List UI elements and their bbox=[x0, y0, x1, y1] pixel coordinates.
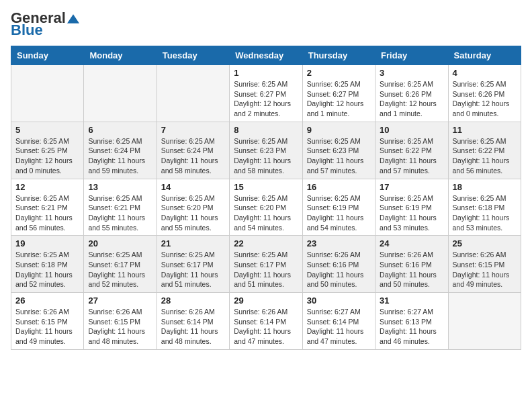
calendar-week-row: 5Sunrise: 6:25 AM Sunset: 6:25 PM Daylig… bbox=[11, 122, 521, 179]
calendar-week-row: 12Sunrise: 6:25 AM Sunset: 6:21 PM Dayli… bbox=[11, 179, 521, 236]
day-number: 1 bbox=[234, 68, 298, 78]
logo-blue: Blue bbox=[11, 23, 43, 38]
calendar-cell bbox=[11, 65, 84, 122]
calendar-cell: 28Sunrise: 6:26 AM Sunset: 6:14 PM Dayli… bbox=[157, 293, 229, 350]
calendar-cell: 14Sunrise: 6:25 AM Sunset: 6:20 PM Dayli… bbox=[157, 179, 229, 236]
day-info: Sunrise: 6:25 AM Sunset: 6:17 PM Dayligh… bbox=[88, 250, 152, 289]
calendar-cell: 17Sunrise: 6:25 AM Sunset: 6:19 PM Dayli… bbox=[375, 179, 448, 236]
day-header-saturday: Saturday bbox=[448, 46, 521, 65]
day-number: 8 bbox=[234, 125, 298, 135]
calendar-cell: 24Sunrise: 6:26 AM Sunset: 6:16 PM Dayli… bbox=[375, 236, 448, 293]
calendar-cell: 8Sunrise: 6:25 AM Sunset: 6:23 PM Daylig… bbox=[230, 122, 302, 179]
day-header-tuesday: Tuesday bbox=[157, 46, 229, 65]
calendar-week-row: 1Sunrise: 6:25 AM Sunset: 6:27 PM Daylig… bbox=[11, 65, 521, 122]
day-info: Sunrise: 6:25 AM Sunset: 6:23 PM Dayligh… bbox=[307, 136, 371, 176]
calendar-cell: 18Sunrise: 6:25 AM Sunset: 6:18 PM Dayli… bbox=[448, 179, 521, 236]
day-info: Sunrise: 6:25 AM Sunset: 6:24 PM Dayligh… bbox=[88, 136, 152, 176]
day-number: 2 bbox=[307, 68, 371, 78]
day-info: Sunrise: 6:25 AM Sunset: 6:21 PM Dayligh… bbox=[88, 193, 152, 233]
calendar-cell bbox=[84, 65, 157, 122]
day-number: 22 bbox=[234, 238, 298, 248]
day-info: Sunrise: 6:25 AM Sunset: 6:19 PM Dayligh… bbox=[380, 193, 443, 233]
calendar-cell: 10Sunrise: 6:25 AM Sunset: 6:22 PM Dayli… bbox=[375, 122, 448, 179]
day-number: 30 bbox=[307, 295, 371, 306]
svg-marker-0 bbox=[67, 14, 79, 24]
day-info: Sunrise: 6:25 AM Sunset: 6:22 PM Dayligh… bbox=[453, 136, 517, 176]
day-info: Sunrise: 6:26 AM Sunset: 6:16 PM Dayligh… bbox=[307, 250, 371, 289]
calendar-cell bbox=[157, 65, 229, 122]
day-number: 31 bbox=[380, 295, 443, 306]
calendar-cell: 11Sunrise: 6:25 AM Sunset: 6:22 PM Dayli… bbox=[448, 122, 521, 179]
day-number: 3 bbox=[380, 68, 443, 78]
calendar-cell: 22Sunrise: 6:25 AM Sunset: 6:17 PM Dayli… bbox=[230, 236, 302, 293]
day-info: Sunrise: 6:25 AM Sunset: 6:18 PM Dayligh… bbox=[453, 193, 517, 233]
day-info: Sunrise: 6:25 AM Sunset: 6:23 PM Dayligh… bbox=[234, 136, 298, 176]
day-number: 4 bbox=[453, 68, 517, 78]
day-number: 11 bbox=[453, 125, 517, 135]
calendar-cell: 23Sunrise: 6:26 AM Sunset: 6:16 PM Dayli… bbox=[302, 236, 375, 293]
day-number: 15 bbox=[234, 182, 298, 192]
calendar-week-row: 19Sunrise: 6:25 AM Sunset: 6:18 PM Dayli… bbox=[11, 236, 521, 293]
day-number: 19 bbox=[15, 238, 79, 248]
calendar-cell: 4Sunrise: 6:25 AM Sunset: 6:26 PM Daylig… bbox=[448, 65, 521, 122]
day-number: 25 bbox=[453, 238, 517, 248]
day-number: 17 bbox=[380, 182, 443, 192]
calendar-cell: 5Sunrise: 6:25 AM Sunset: 6:25 PM Daylig… bbox=[11, 122, 84, 179]
day-info: Sunrise: 6:25 AM Sunset: 6:18 PM Dayligh… bbox=[15, 250, 79, 289]
day-number: 13 bbox=[88, 182, 152, 192]
day-info: Sunrise: 6:26 AM Sunset: 6:15 PM Dayligh… bbox=[15, 307, 79, 347]
day-number: 28 bbox=[161, 295, 225, 306]
day-number: 29 bbox=[234, 295, 298, 306]
day-number: 6 bbox=[88, 125, 152, 135]
day-info: Sunrise: 6:26 AM Sunset: 6:14 PM Dayligh… bbox=[234, 307, 298, 347]
calendar-cell: 12Sunrise: 6:25 AM Sunset: 6:21 PM Dayli… bbox=[11, 179, 84, 236]
calendar-cell: 27Sunrise: 6:26 AM Sunset: 6:15 PM Dayli… bbox=[84, 293, 157, 350]
day-info: Sunrise: 6:25 AM Sunset: 6:27 PM Dayligh… bbox=[234, 79, 298, 119]
calendar-cell: 7Sunrise: 6:25 AM Sunset: 6:24 PM Daylig… bbox=[157, 122, 229, 179]
day-info: Sunrise: 6:25 AM Sunset: 6:17 PM Dayligh… bbox=[234, 250, 298, 289]
day-number: 5 bbox=[15, 125, 79, 135]
calendar-cell: 6Sunrise: 6:25 AM Sunset: 6:24 PM Daylig… bbox=[84, 122, 157, 179]
day-info: Sunrise: 6:25 AM Sunset: 6:22 PM Dayligh… bbox=[380, 136, 443, 176]
calendar-cell bbox=[448, 293, 521, 350]
day-info: Sunrise: 6:26 AM Sunset: 6:16 PM Dayligh… bbox=[380, 250, 443, 289]
day-header-monday: Monday bbox=[84, 46, 157, 65]
calendar-cell: 19Sunrise: 6:25 AM Sunset: 6:18 PM Dayli… bbox=[11, 236, 84, 293]
day-number: 26 bbox=[15, 295, 79, 306]
day-info: Sunrise: 6:26 AM Sunset: 6:14 PM Dayligh… bbox=[161, 307, 225, 347]
calendar-cell: 2Sunrise: 6:25 AM Sunset: 6:27 PM Daylig… bbox=[302, 65, 375, 122]
day-number: 14 bbox=[161, 182, 225, 192]
calendar-cell: 20Sunrise: 6:25 AM Sunset: 6:17 PM Dayli… bbox=[84, 236, 157, 293]
day-number: 16 bbox=[307, 182, 371, 192]
day-info: Sunrise: 6:27 AM Sunset: 6:14 PM Dayligh… bbox=[307, 307, 371, 347]
day-info: Sunrise: 6:25 AM Sunset: 6:20 PM Dayligh… bbox=[234, 193, 298, 233]
calendar-cell: 9Sunrise: 6:25 AM Sunset: 6:23 PM Daylig… bbox=[302, 122, 375, 179]
page-header: General Blue bbox=[11, 11, 521, 38]
calendar-cell: 25Sunrise: 6:26 AM Sunset: 6:15 PM Dayli… bbox=[448, 236, 521, 293]
day-info: Sunrise: 6:25 AM Sunset: 6:26 PM Dayligh… bbox=[380, 79, 443, 119]
day-number: 21 bbox=[161, 238, 225, 248]
day-number: 9 bbox=[307, 125, 371, 135]
day-info: Sunrise: 6:25 AM Sunset: 6:20 PM Dayligh… bbox=[161, 193, 225, 233]
calendar-table: SundayMondayTuesdayWednesdayThursdayFrid… bbox=[11, 46, 521, 350]
calendar-cell: 1Sunrise: 6:25 AM Sunset: 6:27 PM Daylig… bbox=[230, 65, 302, 122]
day-info: Sunrise: 6:26 AM Sunset: 6:15 PM Dayligh… bbox=[88, 307, 152, 347]
day-info: Sunrise: 6:25 AM Sunset: 6:17 PM Dayligh… bbox=[161, 250, 225, 289]
day-info: Sunrise: 6:27 AM Sunset: 6:13 PM Dayligh… bbox=[380, 307, 443, 347]
day-number: 7 bbox=[161, 125, 225, 135]
day-info: Sunrise: 6:25 AM Sunset: 6:27 PM Dayligh… bbox=[307, 79, 371, 119]
calendar-cell: 15Sunrise: 6:25 AM Sunset: 6:20 PM Dayli… bbox=[230, 179, 302, 236]
day-header-thursday: Thursday bbox=[302, 46, 375, 65]
calendar-cell: 29Sunrise: 6:26 AM Sunset: 6:14 PM Dayli… bbox=[230, 293, 302, 350]
calendar-cell: 16Sunrise: 6:25 AM Sunset: 6:19 PM Dayli… bbox=[302, 179, 375, 236]
calendar-cell: 13Sunrise: 6:25 AM Sunset: 6:21 PM Dayli… bbox=[84, 179, 157, 236]
calendar-cell: 31Sunrise: 6:27 AM Sunset: 6:13 PM Dayli… bbox=[375, 293, 448, 350]
calendar-cell: 30Sunrise: 6:27 AM Sunset: 6:14 PM Dayli… bbox=[302, 293, 375, 350]
day-number: 12 bbox=[15, 182, 79, 192]
calendar-week-row: 26Sunrise: 6:26 AM Sunset: 6:15 PM Dayli… bbox=[11, 293, 521, 350]
day-number: 18 bbox=[453, 182, 517, 192]
day-number: 24 bbox=[380, 238, 443, 248]
calendar-header-row: SundayMondayTuesdayWednesdayThursdayFrid… bbox=[11, 46, 521, 65]
day-number: 23 bbox=[307, 238, 371, 248]
logo: General Blue bbox=[11, 11, 79, 38]
